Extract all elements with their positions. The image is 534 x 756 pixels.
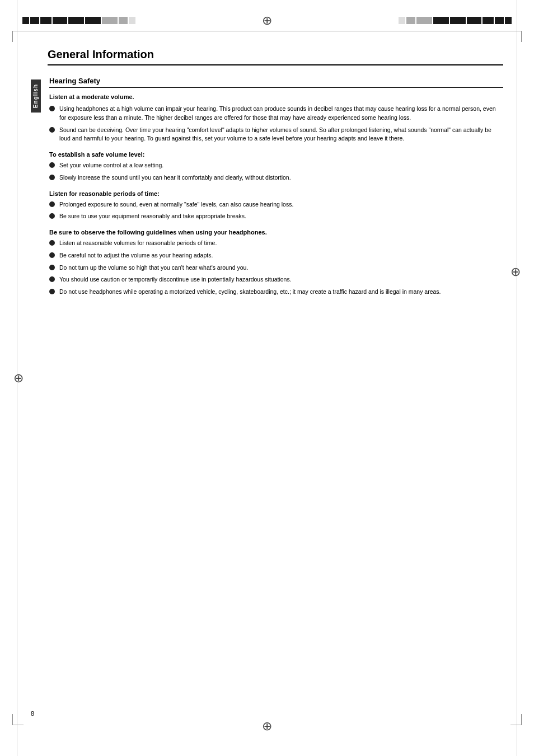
bullet-dot bbox=[49, 276, 55, 282]
subsection1-heading: Listen at a moderate volume. bbox=[49, 93, 503, 100]
bullet-dot bbox=[49, 175, 55, 180]
bullet-text: Be sure to use your equipment reasonably… bbox=[59, 212, 503, 221]
side-line-right bbox=[517, 0, 517, 756]
bullet-text: Prolonged exposure to sound, even at nor… bbox=[59, 200, 503, 209]
list-item: Do not use headphones while operating a … bbox=[49, 288, 503, 297]
list-item: Be careful not to adjust the volume as y… bbox=[49, 251, 503, 260]
h-line-top bbox=[17, 31, 517, 31]
seg bbox=[30, 17, 39, 24]
left-crosshair: ⊕ bbox=[13, 371, 24, 386]
seg bbox=[433, 17, 449, 24]
list-item: Set your volume control at a low setting… bbox=[49, 161, 503, 170]
list-item: Using headphones at a high volume can im… bbox=[49, 105, 503, 123]
seg bbox=[40, 17, 51, 24]
bullet-dot bbox=[49, 127, 55, 133]
top-pattern-left bbox=[22, 17, 135, 24]
bullet-text: Do not use headphones while operating a … bbox=[59, 288, 503, 297]
top-pattern-right bbox=[399, 17, 512, 24]
bullet-dot bbox=[49, 252, 55, 258]
seg bbox=[68, 17, 84, 24]
bullet-dot bbox=[49, 240, 55, 246]
bullet-dot bbox=[49, 213, 55, 219]
list-item: Do not turn up the volume so high that y… bbox=[49, 264, 503, 273]
seg bbox=[85, 17, 101, 24]
corner-tl bbox=[12, 31, 24, 42]
corner-br bbox=[510, 714, 522, 725]
bullet-dot bbox=[49, 265, 55, 270]
bullet-dot bbox=[49, 106, 55, 111]
list-item: Sound can be deceiving. Over time your h… bbox=[49, 126, 503, 144]
page-title: General Information bbox=[48, 48, 503, 65]
content-layout: English Hearing Safety Listen at a moder… bbox=[31, 77, 503, 304]
bullet-dot bbox=[49, 162, 55, 168]
bullet-text: Sound can be deceiving. Over time your h… bbox=[59, 126, 503, 144]
seg bbox=[450, 17, 466, 24]
bullet-text: Do not turn up the volume so high that y… bbox=[59, 264, 503, 273]
bottom-crosshair: ⊕ bbox=[262, 719, 272, 734]
seg bbox=[129, 17, 135, 24]
seg bbox=[406, 17, 415, 24]
list-item: Slowly increase the sound until you can … bbox=[49, 173, 503, 182]
section-heading: Hearing Safety bbox=[49, 77, 503, 88]
subsection3-list: Prolonged exposure to sound, even at nor… bbox=[49, 200, 503, 222]
bullet-dot bbox=[49, 201, 55, 207]
top-crosshair bbox=[259, 13, 275, 29]
page-number: 8 bbox=[31, 710, 34, 717]
page: ⊕ ⊕ General Information English Hearing … bbox=[0, 0, 534, 756]
content-body: Hearing Safety Listen at a moderate volu… bbox=[41, 77, 503, 304]
corner-tr bbox=[510, 31, 522, 42]
right-crosshair: ⊕ bbox=[510, 265, 521, 279]
subsection4-list: Listen at reasonable volumes for reasona… bbox=[49, 239, 503, 297]
list-item: Prolonged exposure to sound, even at nor… bbox=[49, 200, 503, 209]
seg bbox=[119, 17, 128, 24]
language-tab: English bbox=[31, 79, 41, 112]
bullet-text: Be careful not to adjust the volume as y… bbox=[59, 251, 503, 260]
top-bar bbox=[0, 0, 534, 31]
seg bbox=[53, 17, 67, 24]
list-item: Be sure to use your equipment reasonably… bbox=[49, 212, 503, 221]
seg bbox=[495, 17, 504, 24]
subsection3-heading: Listen for reasonable periods of time: bbox=[49, 190, 503, 197]
seg bbox=[22, 17, 29, 24]
bullet-text: You should use caution or temporarily di… bbox=[59, 275, 503, 284]
bullet-text: Listen at reasonable volumes for reasona… bbox=[59, 239, 503, 248]
bullet-text: Slowly increase the sound until you can … bbox=[59, 173, 503, 182]
main-content: General Information English Hearing Safe… bbox=[0, 37, 534, 338]
list-item: Listen at reasonable volumes for reasona… bbox=[49, 239, 503, 248]
corner-bl bbox=[12, 714, 24, 725]
seg bbox=[483, 17, 494, 24]
subsection2-list: Set your volume control at a low setting… bbox=[49, 161, 503, 182]
seg bbox=[399, 17, 405, 24]
seg bbox=[467, 17, 481, 24]
list-item: You should use caution or temporarily di… bbox=[49, 275, 503, 284]
subsection4-heading: Be sure to observe the following guideli… bbox=[49, 229, 503, 236]
bullet-dot bbox=[49, 289, 55, 294]
bullet-text: Using headphones at a high volume can im… bbox=[59, 105, 503, 123]
seg bbox=[505, 17, 512, 24]
subsection2-heading: To establish a safe volume level: bbox=[49, 151, 503, 158]
subsection1-list: Using headphones at a high volume can im… bbox=[49, 105, 503, 143]
seg bbox=[416, 17, 432, 24]
seg bbox=[102, 17, 118, 24]
bullet-text: Set your volume control at a low setting… bbox=[59, 161, 503, 170]
